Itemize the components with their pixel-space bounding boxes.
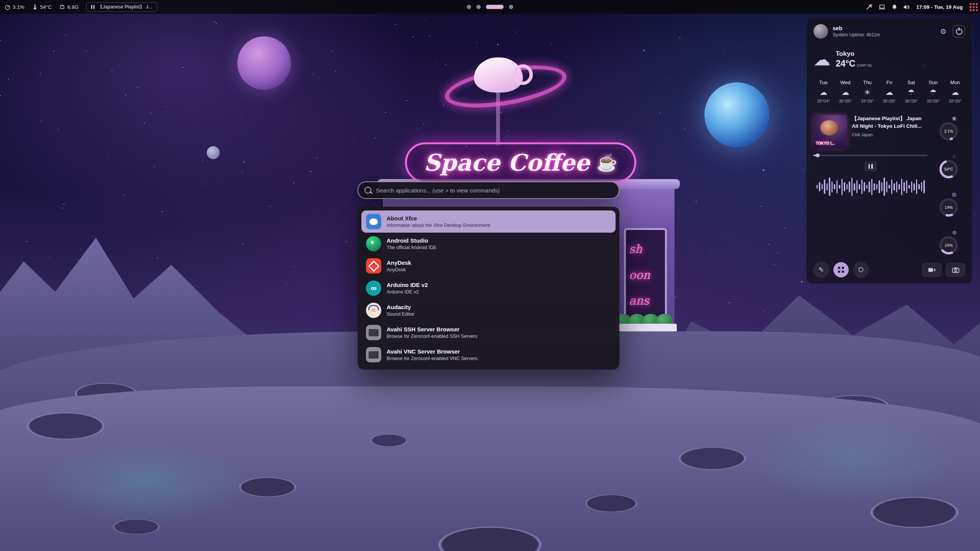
workspace-dot-active[interactable]: [486, 5, 504, 9]
coffee-cup-icon: ☕: [596, 153, 617, 173]
track-title: 【Japanese Playlist】 Japan All Night - To…: [852, 115, 922, 130]
app-grid-icon[interactable]: [970, 3, 972, 5]
forecast-day: Sat ☂ 36°/26°: [901, 80, 921, 103]
app-name: AnyDesk: [387, 259, 411, 266]
app-name: About Xfce: [387, 215, 490, 222]
neon-sign: Space Coffee ☕: [405, 142, 636, 183]
search-input[interactable]: [375, 187, 612, 194]
cpu-icon: ▣: [952, 116, 956, 121]
app-list: About Xfce Information about the Xfce De…: [358, 207, 619, 370]
sun-icon: ☀: [864, 88, 871, 96]
anydesk-icon: [366, 258, 381, 274]
edit-theme-button[interactable]: ✎: [813, 262, 829, 277]
cpu-stat: 3.1%: [5, 4, 24, 10]
power-button[interactable]: [953, 25, 965, 37]
thermometer-icon: [32, 4, 38, 10]
workspace-dot[interactable]: [477, 5, 481, 9]
widget-panel: seb System Uptime: 4h11m ⚙ ☁ Tokyo 24°C(…: [806, 18, 972, 284]
rain-icon: ☂: [908, 88, 915, 96]
cloud-icon: ☁: [820, 88, 827, 96]
top-bar: 3.1% 54°C 6.8G 【Japanese Playlist】 J... …: [0, 0, 980, 14]
memory-icon: ▤: [952, 192, 956, 197]
screenshot-button[interactable]: [946, 263, 965, 277]
gear-icon: ⚙: [940, 27, 946, 36]
gauge-ring: 54°C: [939, 160, 958, 178]
cloud-icon: ☁: [885, 88, 893, 96]
system-uptime: System Uptime: 4h11m: [833, 32, 880, 37]
app-name: Arduino IDE v2: [387, 282, 428, 288]
now-playing-pill[interactable]: 【Japanese Playlist】 J...: [86, 2, 157, 12]
volume-icon[interactable]: [903, 4, 910, 10]
forecast-day: Sun ☂ 33°/26°: [923, 80, 943, 103]
app-list-item[interactable]: Android Studio The official Android IDE: [361, 233, 616, 255]
purple-planet: [237, 36, 291, 90]
app-name: Avahi SSH Server Browser: [387, 326, 477, 333]
shield-icon: [858, 267, 864, 273]
gauge: ◍ 24%: [939, 230, 958, 254]
screen-record-button[interactable]: [922, 263, 941, 277]
tools-icon[interactable]: [866, 4, 872, 10]
window-neon-text: sh: [629, 242, 642, 256]
gauge-ring: 14%: [939, 198, 958, 217]
workspace-dot[interactable]: [467, 5, 471, 9]
cloud-icon: ☁: [813, 51, 830, 68]
track-subtitle: Chill Japan.: [852, 132, 922, 137]
application-launcher: About Xfce Information about the Xfce De…: [358, 181, 619, 370]
pause-icon: [91, 5, 95, 9]
app-desc: The official Android IDE: [387, 245, 436, 250]
app-grid-button[interactable]: [833, 262, 849, 277]
app-desc: Arduino IDE v2: [387, 289, 428, 295]
app-name: Android Studio: [387, 237, 436, 244]
gauge: ♨ 54°C: [939, 153, 958, 178]
terminal-icon: [366, 325, 381, 340]
gauge-ring: 24%: [939, 236, 958, 254]
quick-actions: ✎: [813, 262, 965, 277]
app-list-item[interactable]: Avahi SSH Server Browser Browse for Zero…: [361, 321, 616, 344]
app-list-item[interactable]: Audacity Sound Editor: [361, 299, 616, 321]
forecast-day: Mon ☁ 33°/26°: [945, 80, 965, 103]
media-section: TOKYO L.. 【Japanese Playlist】 Japan All …: [813, 115, 965, 255]
moon-ground-front: [0, 386, 980, 551]
app-desc: Information about the Xfce Desktop Envir…: [387, 223, 490, 228]
gauge: ▣ 3.1%: [939, 116, 958, 140]
app-desc: Sound Editor: [387, 311, 414, 317]
app-desc: AnyDesk: [387, 267, 411, 272]
cloud-icon: ☁: [951, 88, 959, 96]
waveform: [813, 177, 928, 197]
small-moon: [207, 146, 220, 159]
cloud-icon: ☁: [841, 88, 849, 96]
workspace-dot[interactable]: [509, 5, 513, 9]
display-icon[interactable]: [879, 4, 885, 10]
app-name: Audacity: [387, 304, 414, 310]
app-desc: Browse for Zeroconf-enabled VNC Servers: [387, 356, 478, 361]
temperature-icon: ♨: [952, 153, 956, 159]
notification-bell-icon[interactable]: [892, 4, 897, 10]
progress-knob[interactable]: [816, 153, 820, 157]
weather-forecast: Tue ☁ 33°/24° Wed ☁ 35°/25° Thu ☀ 33°/26…: [813, 80, 965, 103]
app-list-item[interactable]: About Xfce Information about the Xfce De…: [361, 210, 616, 233]
neon-sign-text: Space Coffee: [424, 149, 590, 176]
xfce-mouse-icon: [366, 214, 381, 229]
pen-icon: ✎: [818, 266, 824, 274]
clock[interactable]: 17:09 - Tue, 19 Aug: [916, 4, 963, 10]
search-box[interactable]: [358, 181, 619, 199]
forecast-day: Wed ☁ 35°/25°: [835, 80, 855, 103]
weather-timezone: (GMT+9): [857, 63, 871, 67]
settings-button[interactable]: ⚙: [938, 26, 949, 37]
search-icon: [364, 187, 371, 194]
disk-icon: ◍: [952, 230, 956, 235]
progress-bar[interactable]: [813, 155, 928, 156]
app-list-item[interactable]: Arduino IDE v2 Arduino IDE v2: [361, 277, 616, 299]
pause-button[interactable]: [864, 161, 877, 171]
media-player: TOKYO L.. 【Japanese Playlist】 Japan All …: [813, 115, 928, 255]
app-list-item[interactable]: AnyDesk AnyDesk: [361, 255, 616, 277]
weather-temp: 24°C(GMT+9): [836, 59, 872, 69]
workspace-indicator: [467, 5, 513, 9]
forecast-day: Fri ☁ 35°/26°: [879, 80, 899, 103]
camera-icon: [952, 267, 959, 273]
forecast-day: Thu ☀ 33°/26°: [858, 80, 877, 103]
ram-chip-icon: [59, 4, 65, 10]
app-list-item[interactable]: Avahi VNC Server Browser Browse for Zero…: [361, 344, 616, 366]
security-button[interactable]: [853, 262, 869, 277]
power-icon: [956, 28, 962, 35]
